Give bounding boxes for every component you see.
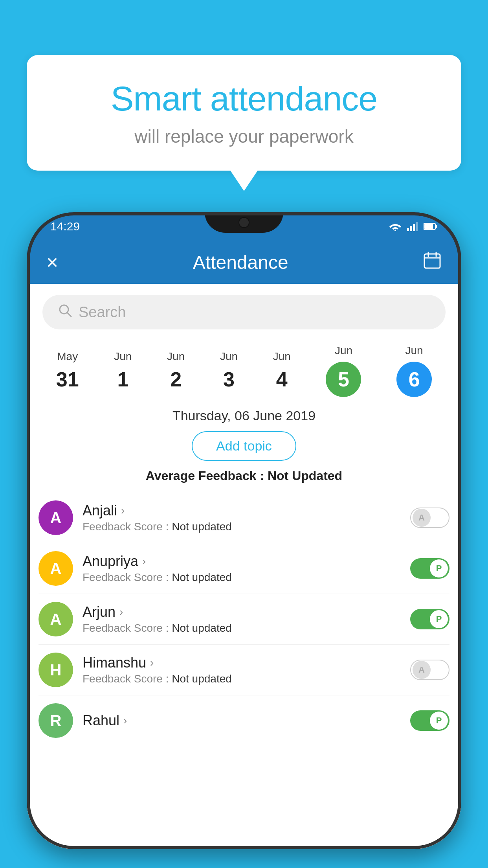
status-time: 14:29: [50, 220, 80, 233]
selected-date-label: Thursday, 06 June 2019: [27, 408, 461, 423]
svg-rect-3: [413, 224, 415, 231]
search-bar[interactable]: Search: [42, 295, 446, 329]
date-selector: May 31 Jun 1 Jun 2 Jun 3 Jun 4: [27, 340, 461, 405]
student-avatar-himanshu: H: [39, 653, 73, 687]
phone-mockup: 14:29: [27, 212, 461, 849]
svg-rect-4: [416, 222, 418, 231]
date-item-jun4[interactable]: Jun 4: [273, 350, 291, 391]
student-avatar-anupriya: A: [39, 551, 73, 586]
student-name-anupriya: Anupriya ›: [83, 553, 401, 570]
student-feedback-himanshu: Feedback Score : Not updated: [83, 673, 401, 685]
toggle-anupriya[interactable]: P: [410, 558, 449, 579]
student-feedback-arjun: Feedback Score : Not updated: [83, 622, 401, 634]
phone-wrapper: 14:29: [27, 212, 461, 868]
date-item-jun3[interactable]: Jun 3: [220, 350, 238, 391]
wifi-icon: [389, 222, 402, 231]
screen-content: Search May 31 Jun 1 Jun 2 Jun 3: [27, 284, 461, 849]
svg-rect-7: [435, 225, 437, 228]
chevron-right-icon: ›: [150, 657, 154, 669]
speech-bubble-container: Smart attendance will replace your paper…: [27, 55, 461, 171]
student-info-rahul[interactable]: Rahul ›: [83, 712, 401, 729]
student-item: A Arjun › Feedback Score : Not updated P: [39, 594, 449, 645]
phone-notch: [205, 212, 283, 233]
student-feedback-anupriya: Feedback Score : Not updated: [83, 571, 401, 584]
toggle-himanshu[interactable]: A: [410, 660, 449, 680]
student-name-arjun: Arjun ›: [83, 604, 401, 620]
calendar-button[interactable]: [423, 251, 442, 274]
front-camera: [238, 217, 250, 228]
app-bar-title: Attendance: [193, 252, 288, 273]
toggle-anjali[interactable]: A: [410, 508, 449, 528]
svg-rect-6: [424, 224, 433, 229]
student-item: A Anjali › Feedback Score : Not updated …: [39, 493, 449, 543]
speech-bubble: Smart attendance will replace your paper…: [27, 55, 461, 171]
toggle-arjun[interactable]: P: [410, 609, 449, 629]
student-info-anupriya[interactable]: Anupriya › Feedback Score : Not updated: [83, 553, 401, 584]
status-icons: [389, 222, 438, 231]
student-item: R Rahul › P: [39, 695, 449, 746]
student-feedback-anjali: Feedback Score : Not updated: [83, 520, 401, 533]
svg-rect-1: [407, 228, 409, 231]
student-avatar-arjun: A: [39, 602, 73, 636]
svg-rect-2: [410, 226, 412, 231]
app-bar: × Attendance: [27, 241, 461, 284]
student-item: A Anupriya › Feedback Score : Not update…: [39, 543, 449, 594]
student-info-arjun[interactable]: Arjun › Feedback Score : Not updated: [83, 604, 401, 634]
chevron-right-icon: ›: [142, 555, 146, 568]
bubble-subtitle: will replace your paperwork: [50, 126, 438, 147]
svg-rect-8: [424, 254, 440, 268]
toggle-rahul[interactable]: P: [410, 710, 449, 731]
add-topic-button[interactable]: Add topic: [192, 431, 296, 461]
student-item: H Himanshu › Feedback Score : Not update…: [39, 645, 449, 695]
student-name-rahul: Rahul ›: [83, 712, 401, 729]
chevron-right-icon: ›: [123, 714, 127, 727]
svg-line-13: [67, 313, 71, 316]
date-item-jun2[interactable]: Jun 2: [167, 350, 185, 391]
svg-point-0: [394, 230, 396, 231]
date-item-jun5[interactable]: Jun 5: [326, 344, 361, 397]
avg-feedback-value: Not Updated: [268, 469, 342, 483]
date-item-jun6[interactable]: Jun 6: [396, 344, 432, 397]
date-item-jun1[interactable]: Jun 1: [114, 350, 132, 391]
chevron-right-icon: ›: [121, 504, 125, 517]
student-name-anjali: Anjali ›: [83, 502, 401, 519]
date-item-may31[interactable]: May 31: [56, 350, 79, 391]
battery-icon: [424, 222, 438, 231]
chevron-right-icon: ›: [119, 606, 123, 618]
search-icon: [58, 303, 72, 321]
average-feedback: Average Feedback : Not Updated: [27, 469, 461, 483]
signal-icon: [407, 222, 418, 231]
avg-feedback-label: Average Feedback :: [146, 469, 268, 483]
student-avatar-rahul: R: [39, 703, 73, 738]
student-avatar-anjali: A: [39, 500, 73, 535]
close-button[interactable]: ×: [46, 250, 58, 274]
student-info-himanshu[interactable]: Himanshu › Feedback Score : Not updated: [83, 655, 401, 685]
student-list: A Anjali › Feedback Score : Not updated …: [27, 493, 461, 746]
search-placeholder: Search: [79, 304, 126, 321]
bubble-title: Smart attendance: [50, 79, 438, 119]
student-name-himanshu: Himanshu ›: [83, 655, 401, 671]
student-info-anjali[interactable]: Anjali › Feedback Score : Not updated: [83, 502, 401, 533]
